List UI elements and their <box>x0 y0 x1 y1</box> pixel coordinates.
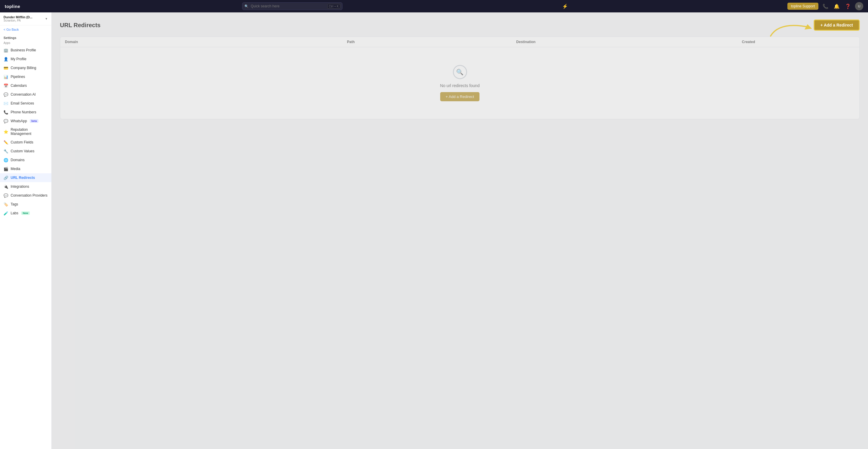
sidebar-item-label-company-billing: Company Billing <box>11 66 36 70</box>
go-back-link[interactable]: < Go Back <box>0 25 51 34</box>
add-redirect-top-button[interactable]: + Add a Redirect <box>814 20 860 31</box>
main-layout: Dunder Mifflin (D... Scranton, PA ▼ < Go… <box>0 12 868 449</box>
sidebar-item-label-labs: Labs <box>11 211 18 215</box>
page-title: URL Redirects <box>60 22 100 29</box>
url-redirects-table: Domain Path Destination Created 🔍 No url… <box>60 37 860 119</box>
sidebar-item-email-services[interactable]: ✉️Email Services <box>0 99 51 108</box>
col-domain: Domain <box>65 40 347 44</box>
sidebar-item-label-whatsapp: WhatsApp <box>11 119 27 123</box>
search-shortcut: Ctrl + K <box>328 4 340 8</box>
col-path: Path <box>347 40 516 44</box>
custom-values-icon: 🔧 <box>4 149 8 154</box>
sidebar-item-label-reputation-management: Reputation Management <box>11 128 48 136</box>
sidebar-item-conversation-providers[interactable]: 💬Conversation Providers <box>0 191 51 200</box>
chevron-down-icon: ▼ <box>45 17 48 20</box>
sidebar-item-tags[interactable]: 🏷️Tags <box>0 200 51 209</box>
apps-label: Apps <box>0 41 51 46</box>
sidebar-item-label-pipelines: Pipelines <box>11 75 25 79</box>
url-redirects-icon: 🔗 <box>4 175 8 180</box>
sidebar-item-label-custom-values: Custom Values <box>11 149 34 153</box>
conversation-providers-icon: 💬 <box>4 193 8 198</box>
sidebar-item-label-email-services: Email Services <box>11 101 34 105</box>
empty-state: 🔍 No url redirects found + Add a Redirec… <box>60 47 860 119</box>
sidebar-item-reputation-management[interactable]: ⭐Reputation Management <box>0 125 51 138</box>
integrations-icon: 🔌 <box>4 184 8 189</box>
sidebar-item-whatsapp[interactable]: 💬WhatsAppbeta <box>0 117 51 125</box>
sidebar-item-media[interactable]: 🎬Media <box>0 164 51 173</box>
sidebar-item-company-billing[interactable]: 💳Company Billing <box>0 63 51 72</box>
table-header: Domain Path Destination Created <box>60 37 860 47</box>
sidebar-item-label-my-profile: My Profile <box>11 57 26 61</box>
lightning-icon[interactable]: ⚡ <box>562 4 568 9</box>
domains-icon: 🌐 <box>4 158 8 162</box>
whatsapp-icon: 💬 <box>4 119 8 123</box>
sidebar-item-label-integrations: Integrations <box>11 185 29 189</box>
company-location: Scranton, PA <box>4 19 32 22</box>
labs-icon: 🧪 <box>4 211 8 216</box>
sidebar-item-conversation-ai[interactable]: 💬Conversation AI <box>0 90 51 99</box>
sidebar-item-business-profile[interactable]: 🏢Business Profile <box>0 46 51 55</box>
app-logo: topline <box>5 4 20 9</box>
sidebar-item-label-domains: Domains <box>11 158 25 162</box>
sidebar-item-labs[interactable]: 🧪LabsNew <box>0 209 51 218</box>
settings-section-title: Settings <box>0 34 51 41</box>
search-icon: 🔍 <box>244 4 249 8</box>
my-profile-icon: 👤 <box>4 57 8 61</box>
sidebar-item-integrations[interactable]: 🔌Integrations <box>0 182 51 191</box>
phone-icon-btn[interactable]: 📞 <box>822 2 830 10</box>
empty-message: No url redirects found <box>440 83 480 88</box>
tags-icon: 🏷️ <box>4 202 8 206</box>
badge-labs: New <box>21 212 30 215</box>
sidebar-item-label-conversation-ai: Conversation AI <box>11 92 36 97</box>
company-name: Dunder Mifflin (D... <box>4 15 32 19</box>
page-header: URL Redirects + Add a Redirect <box>60 20 860 31</box>
svg-marker-0 <box>805 24 812 30</box>
phone-numbers-icon: 📞 <box>4 110 8 115</box>
badge-whatsapp: beta <box>30 119 38 123</box>
empty-search-icon: 🔍 <box>453 65 467 79</box>
media-icon: 🎬 <box>4 166 8 171</box>
sidebar-item-pipelines[interactable]: 📊Pipelines <box>0 72 51 81</box>
email-services-icon: ✉️ <box>4 101 8 106</box>
reputation-management-icon: ⭐ <box>4 129 8 134</box>
notification-icon-btn[interactable]: 🔔 <box>833 2 841 10</box>
company-info: Dunder Mifflin (D... Scranton, PA <box>4 15 32 22</box>
col-created: Created <box>742 40 855 44</box>
sidebar-item-custom-fields[interactable]: ✏️Custom Fields <box>0 138 51 147</box>
add-redirect-wrapper: + Add a Redirect <box>814 20 860 31</box>
sidebar-item-label-tags: Tags <box>11 202 18 206</box>
help-icon-btn[interactable]: ❓ <box>844 2 852 10</box>
add-redirect-empty-button[interactable]: + Add a Redirect <box>440 92 479 101</box>
pipelines-icon: 📊 <box>4 74 8 79</box>
company-billing-icon: 💳 <box>4 66 8 70</box>
custom-fields-icon: ✏️ <box>4 140 8 145</box>
sidebar-item-label-url-redirects: URL Redirects <box>11 175 35 180</box>
sidebar-item-label-conversation-providers: Conversation Providers <box>11 193 48 197</box>
topnav: topline 🔍 Ctrl + K ⚡ topline Support 📞 🔔… <box>0 0 868 12</box>
sidebar-item-calendars[interactable]: 📅Calendars <box>0 81 51 90</box>
sidebar-items: 🏢Business Profile👤My Profile💳Company Bil… <box>0 46 51 218</box>
user-avatar[interactable]: U <box>855 2 863 10</box>
sidebar-item-label-business-profile: Business Profile <box>11 48 36 52</box>
search-container: 🔍 Ctrl + K <box>242 2 342 10</box>
sidebar-item-custom-values[interactable]: 🔧Custom Values <box>0 147 51 156</box>
sidebar-item-label-custom-fields: Custom Fields <box>11 140 33 145</box>
conversation-ai-icon: 💬 <box>4 92 8 97</box>
col-destination: Destination <box>516 40 742 44</box>
sidebar: Dunder Mifflin (D... Scranton, PA ▼ < Go… <box>0 12 52 449</box>
calendars-icon: 📅 <box>4 83 8 88</box>
sidebar-item-url-redirects[interactable]: 🔗URL Redirects <box>0 173 51 182</box>
sidebar-item-phone-numbers[interactable]: 📞Phone Numbers <box>0 108 51 117</box>
sidebar-item-label-media: Media <box>11 167 20 171</box>
sidebar-item-label-calendars: Calendars <box>11 84 27 88</box>
business-profile-icon: 🏢 <box>4 48 8 53</box>
sidebar-item-label-phone-numbers: Phone Numbers <box>11 110 36 114</box>
main-content: URL Redirects + Add a Redirect Domain Pa… <box>52 12 868 449</box>
topnav-right: topline Support 📞 🔔 ❓ U <box>787 2 863 10</box>
sidebar-item-my-profile[interactable]: 👤My Profile <box>0 55 51 63</box>
company-selector[interactable]: Dunder Mifflin (D... Scranton, PA ▼ <box>0 12 51 25</box>
sidebar-item-domains[interactable]: 🌐Domains <box>0 156 51 164</box>
support-button[interactable]: topline Support <box>787 3 818 10</box>
